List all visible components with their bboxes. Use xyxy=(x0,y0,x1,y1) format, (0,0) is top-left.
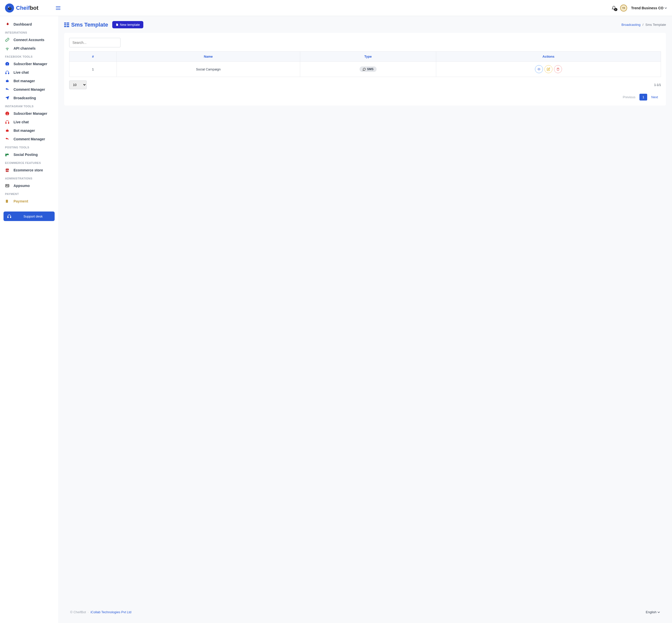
brand-logo[interactable]: Cheifbot xyxy=(5,3,38,12)
svg-point-9 xyxy=(7,63,8,64)
cell-actions xyxy=(436,62,661,77)
user-menu[interactable]: Trend Business CO xyxy=(631,6,667,10)
col-name-header[interactable]: Name xyxy=(117,52,300,62)
new-template-button[interactable]: New template xyxy=(112,21,143,28)
pagination: Previous 1 Next xyxy=(620,94,661,100)
sidebar-item-api-channels[interactable]: API channels xyxy=(0,44,58,53)
sidebar-item-subscriber-manager[interactable]: Subscriber Manager xyxy=(0,60,58,68)
breadcrumb-parent[interactable]: Broadcasting xyxy=(621,23,640,27)
sidebar-item-live-chat[interactable]: Live chat xyxy=(0,68,58,77)
sidebar-item-label: Connect Accounts xyxy=(13,38,44,42)
file-plus-icon xyxy=(116,23,119,26)
sidebar-item-appsumo[interactable]: Appsumo xyxy=(0,181,58,190)
sidebar-item-connect-accounts[interactable]: Connect Accounts xyxy=(0,36,58,44)
nav-section-posting-tools: Posting Tools xyxy=(0,143,58,150)
sidebar-item-dashboard[interactable]: Dashboard xyxy=(0,20,58,29)
sidebar: DashboardIntegrationsConnect AccountsAPI… xyxy=(0,16,58,623)
nav-section-ecommerce-features: Ecommerce Features xyxy=(0,159,58,166)
coins-icon xyxy=(5,199,10,204)
reply-icon xyxy=(5,87,10,92)
sidebar-item-label: API channels xyxy=(13,47,36,50)
svg-rect-24 xyxy=(5,154,6,156)
sidebar-item-comment-manager[interactable]: Comment Manager xyxy=(0,85,58,94)
sidebar-item-broadcasting[interactable]: Broadcasting xyxy=(0,94,58,102)
nav-section-instagram-tools: Instagram Tools xyxy=(0,102,58,109)
share-icon xyxy=(5,152,10,157)
delete-button[interactable] xyxy=(554,65,562,73)
page-size-select[interactable]: 10 xyxy=(69,81,87,89)
footer-company-link[interactable]: iCollab Technologies Pvt Ltd xyxy=(90,610,131,614)
svg-rect-27 xyxy=(5,184,9,187)
sidebar-item-label: Subscriber Manager xyxy=(13,62,48,66)
user-circle-icon xyxy=(5,62,10,66)
sidebar-item-payment[interactable]: Payment xyxy=(0,197,58,206)
id-card-icon xyxy=(5,183,10,188)
svg-point-2 xyxy=(9,8,10,9)
svg-point-13 xyxy=(6,81,7,82)
sidebar-item-ecommerce-store[interactable]: Ecommerce store xyxy=(0,166,58,174)
svg-rect-38 xyxy=(64,24,66,25)
svg-rect-11 xyxy=(8,73,9,74)
page-1[interactable]: 1 xyxy=(639,94,647,100)
nav-section-administrations: Administrations xyxy=(0,174,58,181)
svg-rect-37 xyxy=(67,23,69,24)
svg-rect-41 xyxy=(67,26,69,27)
send-icon xyxy=(5,96,10,100)
view-button[interactable] xyxy=(535,65,543,73)
sidebar-item-social-posting[interactable]: Social Posting xyxy=(0,150,58,159)
footer: © CheifBot · iCollab Technologies Pvt Lt… xyxy=(64,606,666,618)
sidebar-item-label: Ecommerce store xyxy=(13,168,43,172)
trash-icon xyxy=(556,67,559,71)
svg-rect-18 xyxy=(5,123,6,124)
page-title: Sms Template xyxy=(64,22,108,28)
svg-rect-35 xyxy=(10,217,11,218)
topbar: Cheifbot 0 TB Trend Business CO xyxy=(0,0,672,16)
support-desk-button[interactable]: Support desk xyxy=(3,211,55,221)
sidebar-item-bot-manager[interactable]: Bot manager xyxy=(0,126,58,135)
svg-point-42 xyxy=(539,69,539,70)
svg-rect-19 xyxy=(8,123,9,124)
sidebar-item-label: Social Posting xyxy=(13,153,38,157)
sidebar-item-subscriber-manager[interactable]: Subscriber Manager xyxy=(0,109,58,118)
cell-id: 1 xyxy=(69,62,117,77)
col-type-header[interactable]: Type xyxy=(300,52,436,62)
svg-point-33 xyxy=(6,202,8,203)
chevron-down-icon xyxy=(658,612,660,613)
svg-rect-10 xyxy=(5,73,6,74)
user-circle-icon xyxy=(5,111,10,116)
next-page[interactable]: Next xyxy=(648,94,661,100)
col-id-header[interactable]: # xyxy=(69,52,117,62)
avatar[interactable]: TB xyxy=(620,4,627,11)
sidebar-item-live-chat[interactable]: Live chat xyxy=(0,118,58,126)
new-template-label: New template xyxy=(120,23,140,27)
link-icon xyxy=(5,38,10,42)
language-select[interactable]: English xyxy=(646,610,660,614)
logo-icon xyxy=(5,3,14,12)
edit-icon xyxy=(547,67,550,71)
svg-point-21 xyxy=(6,130,7,131)
hamburger-icon[interactable] xyxy=(56,6,60,10)
eye-icon xyxy=(537,68,541,71)
svg-rect-34 xyxy=(7,217,8,218)
prev-page[interactable]: Previous xyxy=(620,94,638,100)
sidebar-item-bot-manager[interactable]: Bot manager xyxy=(0,77,58,85)
sidebar-item-label: Live chat xyxy=(13,120,29,124)
notifications-button[interactable]: 0 xyxy=(612,5,616,10)
headset-icon xyxy=(5,120,10,124)
templates-table: # Name Type Actions 1 Social Campaign xyxy=(69,51,661,77)
nav-section-integrations: Integrations xyxy=(0,29,58,36)
sidebar-item-label: Bot manager xyxy=(13,128,35,132)
sidebar-item-label: Comment Manager xyxy=(13,87,45,91)
notification-count-badge: 0 xyxy=(614,8,617,11)
svg-point-7 xyxy=(7,50,7,50)
support-desk-label: Support desk xyxy=(15,214,51,218)
svg-rect-1 xyxy=(8,7,11,10)
edit-button[interactable] xyxy=(545,65,552,73)
main-content: Sms Template New template Broadcasting /… xyxy=(58,16,672,623)
sidebar-item-label: Appsumo xyxy=(13,184,30,188)
search-input[interactable] xyxy=(69,38,121,47)
svg-rect-40 xyxy=(64,26,66,27)
language-label: English xyxy=(646,610,656,614)
chevron-down-icon xyxy=(665,7,667,9)
sidebar-item-comment-manager[interactable]: Comment Manager xyxy=(0,135,58,143)
